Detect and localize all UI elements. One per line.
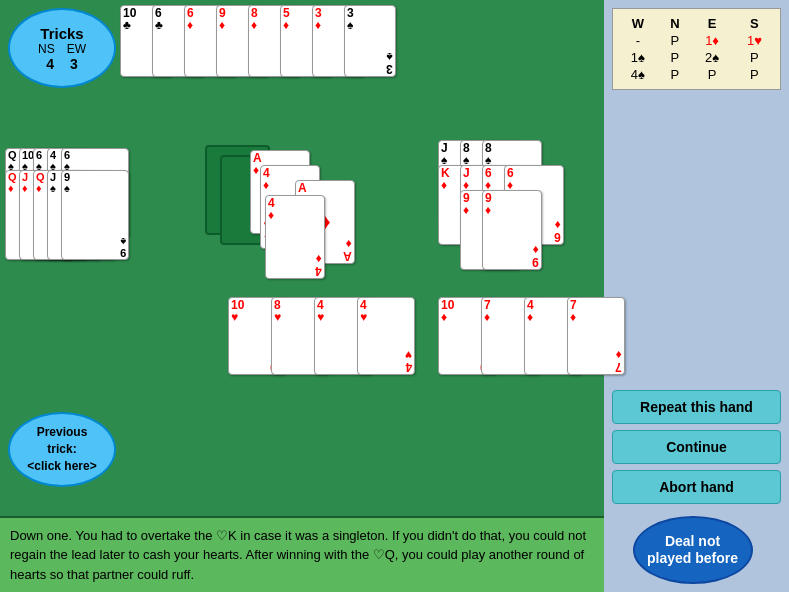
tricks-compass: NS EW [38,42,86,56]
prev-trick-text: Previous trick: <click here> [27,424,96,474]
bid-w2: 1♠ [617,49,659,66]
bid-w1: - [617,32,659,49]
east-card-9-d-2: 9♦9♦ [482,190,542,270]
bid-s3: P [733,66,776,83]
bid-w3: 4♠ [617,66,659,83]
bid-n3: P [659,66,692,83]
bidding-table: W N E S - P 1♦ 1♥ 1♠ P 2♠ P [612,8,781,90]
center-card-4-d-2: 4♦ 4♦ [265,195,325,279]
message-bar: Down one. You had to overtake the ♡K in … [0,516,604,593]
abort-hand-button[interactable]: Abort hand [612,470,781,504]
center-play-area: A♦ ♦ A♦ 4♦ 4♦ 4♦ A♦ ♦ A♦ 4♦ 4♦ [205,145,405,320]
bid-row-2: 1♠ P 2♠ P [617,49,776,66]
bid-row-1: - P 1♦ 1♥ [617,32,776,49]
deal-not-played-button[interactable]: Deal notplayed before [633,516,753,584]
bid-n1: P [659,32,692,49]
continue-button[interactable]: Continue [612,430,781,464]
bid-e2: 2♠ [691,49,733,66]
south-hand-diamonds: 10♦10♦ 7♦7♦ 4♦4♦ 7♦7♦ [438,297,670,375]
bid-e1: 1♦ [691,32,733,49]
deal-btn-label: Deal notplayed before [647,533,738,567]
south-card-4-h-2: 4♥4♥ [357,297,415,375]
previous-trick-button[interactable]: Previous trick: <click here> [8,412,116,487]
bid-col-e: E [691,15,733,32]
tricks-ns-label: NS [38,42,55,56]
right-panel: W N E S - P 1♦ 1♥ 1♠ P 2♠ P [604,0,789,592]
bid-col-s: S [733,15,776,32]
west-card-10: 9♠9♠ [61,170,129,260]
tricks-display: Tricks NS EW 4 3 [8,8,116,88]
tricks-scores: 4 3 [46,56,78,72]
north-hand: 10♣ 10♣ 6♣ 6♣ 6♦ 6♦ 9♦ 9♦ 8♦ 8♦ 5♦ 5♦ [120,5,536,77]
south-hand-hearts: 10♥10♥ 8♥8♥ 4♥4♥ 4♥4♥ [228,297,460,375]
bid-col-n: N [659,15,692,32]
bid-s2: P [733,49,776,66]
north-card-8: 3♠ 3♠ [344,5,396,77]
bid-n2: P [659,49,692,66]
tricks-ew-value: 3 [70,56,78,72]
bid-col-w: W [617,15,659,32]
bid-s1: 1♥ [733,32,776,49]
tricks-ew-label: EW [67,42,86,56]
repeat-hand-button[interactable]: Repeat this hand [612,390,781,424]
tricks-title: Tricks [40,25,83,42]
south-card-7-d-2: 7♦7♦ [567,297,625,375]
bid-row-3: 4♠ P P P [617,66,776,83]
message-text: Down one. You had to overtake the ♡K in … [10,528,586,582]
bid-e3: P [691,66,733,83]
tricks-ns-value: 4 [46,56,54,72]
